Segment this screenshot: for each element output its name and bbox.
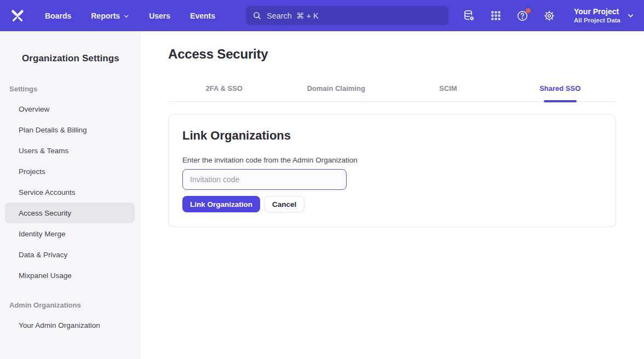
sidebar-item-overview[interactable]: Overview (5, 99, 135, 119)
help-icon[interactable] (516, 9, 529, 22)
global-search[interactable] (246, 6, 449, 25)
tab-label: Shared SSO (539, 84, 580, 92)
invitation-code-input[interactable] (182, 169, 347, 190)
link-organization-button[interactable]: Link Organization (182, 196, 260, 212)
tab-domain-claiming[interactable]: Domain Claiming (280, 78, 393, 101)
mixpanel-logo-icon (9, 8, 26, 24)
card-title: Link Organizations (182, 129, 602, 143)
sidebar-item-mixpanel-usage[interactable]: Mixpanel Usage (5, 265, 135, 286)
tab-label: 2FA & SSO (206, 84, 243, 92)
search-icon (252, 11, 262, 20)
apps-grid-icon[interactable] (489, 9, 502, 22)
sidebar-title: Organization Settings (0, 53, 140, 64)
nav-item-users[interactable]: Users (149, 11, 170, 20)
data-management-icon[interactable] (462, 9, 475, 22)
navbar-right-controls: Your Project All Project Data (462, 7, 634, 25)
sidebar-item-plan-details-billing[interactable]: Plan Details & Billing (5, 119, 135, 140)
sidebar-items-admin: Your Admin Organization (0, 315, 140, 335)
access-security-tabs: 2FA & SSO Domain Claiming SCIM Shared SS… (168, 78, 616, 102)
tab-label: Domain Claiming (307, 84, 365, 92)
active-tab-indicator (544, 100, 577, 102)
sidebar-item-users-teams[interactable]: Users & Teams (5, 140, 135, 161)
tab-label: SCIM (439, 84, 457, 92)
primary-nav: Boards Reports Users Events (45, 11, 215, 20)
card-actions: Link Organization Cancel (182, 196, 602, 212)
sidebar-item-data-privacy[interactable]: Data & Privacy (5, 244, 135, 265)
sidebar-section-admin-organizations: Admin Organizations (0, 301, 140, 309)
main-content: Access Security 2FA & SSO Domain Claimin… (140, 31, 644, 359)
cancel-button[interactable]: Cancel (264, 196, 304, 212)
chevron-down-icon (627, 12, 634, 19)
sidebar-item-your-admin-organization[interactable]: Your Admin Organization (5, 315, 135, 335)
nav-item-label: Events (190, 11, 215, 20)
sidebar-section-settings: Settings (0, 85, 140, 93)
chevron-down-icon (123, 12, 129, 19)
nav-item-label: Reports (91, 11, 120, 20)
mixpanel-logo[interactable] (0, 8, 35, 24)
sidebar-items: Overview Plan Details & Billing Users & … (0, 99, 140, 286)
sidebar-item-projects[interactable]: Projects (5, 161, 135, 182)
nav-item-reports[interactable]: Reports (91, 11, 129, 20)
project-name: Your Project (574, 7, 620, 16)
invitation-code-label: Enter the invitation code from the Admin… (182, 156, 602, 164)
settings-gear-icon[interactable] (543, 9, 556, 22)
tab-shared-sso[interactable]: Shared SSO (504, 78, 617, 101)
nav-item-boards[interactable]: Boards (45, 11, 71, 20)
nav-item-events[interactable]: Events (190, 11, 215, 20)
link-organizations-card: Link Organizations Enter the invitation … (168, 114, 616, 227)
nav-item-label: Boards (45, 11, 71, 20)
sidebar-item-service-accounts[interactable]: Service Accounts (5, 182, 135, 202)
notification-dot (526, 8, 531, 13)
sidebar-item-identity-merge[interactable]: Identity Merge (5, 223, 135, 244)
page-title: Access Security (168, 47, 616, 62)
search-input[interactable] (267, 11, 442, 20)
project-selector[interactable]: Your Project All Project Data (574, 7, 634, 25)
sidebar-item-access-security[interactable]: Access Security (5, 202, 135, 223)
top-navbar: Boards Reports Users Events (0, 0, 644, 31)
nav-item-label: Users (149, 11, 170, 20)
project-subtitle: All Project Data (574, 16, 620, 25)
tab-2fa-sso[interactable]: 2FA & SSO (168, 78, 280, 101)
settings-sidebar: Organization Settings Settings Overview … (0, 31, 140, 359)
tab-scim[interactable]: SCIM (392, 78, 504, 101)
